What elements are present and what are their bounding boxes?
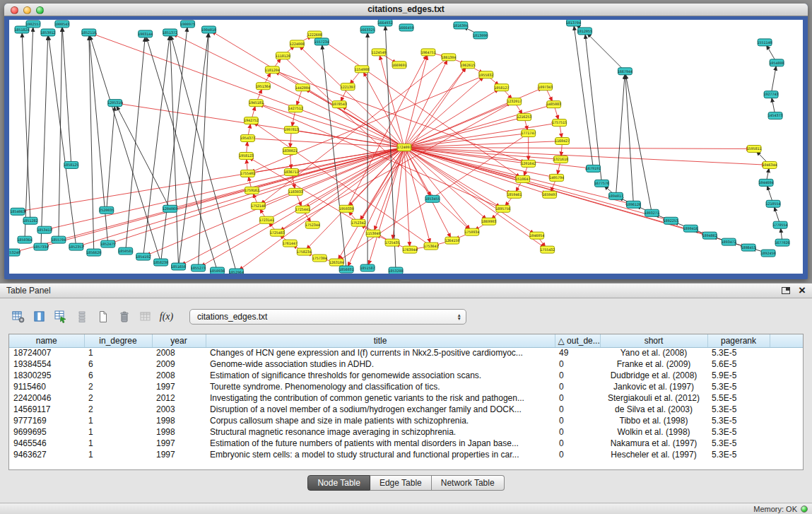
graph-node[interactable]: 1858125 (64, 161, 78, 168)
table-cell[interactable]: 19384554 (9, 358, 84, 370)
table-cell[interactable]: Stergiakouli et al. (2012) (600, 392, 707, 404)
table-cell[interactable]: 1998 (152, 415, 206, 426)
graph-node[interactable]: 1850936 (210, 267, 225, 274)
table-cell[interactable]: Genome-wide association studies in ADHD. (206, 358, 555, 370)
graph-node[interactable]: 1427512 (288, 105, 303, 112)
table-row[interactable]: 911546021997Tourette syndrome. Phenomeno… (9, 381, 803, 392)
graph-node[interactable]: 1894862 (702, 232, 717, 239)
tab-node-table[interactable]: Node Table (307, 475, 370, 491)
table-cell[interactable]: 0 (555, 381, 600, 392)
table-row[interactable]: 1456911722003Disruption of a novel membe… (9, 404, 803, 415)
graph-node[interactable]: 1853455 (425, 195, 440, 202)
graph-node[interactable]: 1664932 (378, 20, 393, 26)
graph-node[interactable]: 1770554 (773, 221, 788, 228)
graph-node[interactable]: 1044604 (759, 179, 774, 186)
graph-node[interactable]: 1046344 (763, 161, 777, 168)
table-cell[interactable]: Wolkin et al. (1998) (600, 426, 707, 438)
graph-node[interactable]: 1997813 (284, 127, 299, 134)
graph-node[interactable]: 1210554 (766, 200, 781, 207)
graph-node[interactable]: 1851282 (23, 217, 37, 224)
table-cell[interactable]: Investigating the contribution of common… (206, 392, 555, 404)
graph-node[interactable]: 1124549 (372, 49, 387, 56)
table-cell[interactable]: de Silva et al. (2003) (600, 404, 707, 415)
graph-node[interactable]: 1485083 (546, 101, 561, 108)
graph-node[interactable]: 1679191 (586, 165, 601, 172)
table-cell[interactable]: Estimation of significance thresholds fo… (206, 370, 555, 381)
graph-node[interactable]: 1757515 (552, 119, 567, 127)
table-cell[interactable]: Tourette syndrome. Phenomenology and cla… (206, 381, 555, 392)
table-cell[interactable]: 1997 (152, 438, 206, 449)
graph-node[interactable]: 1771747 (521, 130, 536, 137)
table-cell[interactable]: 9465546 (9, 438, 84, 449)
table-cell[interactable]: 0 (555, 426, 600, 438)
graph-node[interactable]: 1900543 (54, 21, 69, 28)
graph-node[interactable]: 1551140 (758, 39, 772, 46)
graph-node[interactable]: 1851650 (171, 263, 186, 270)
graph-node[interactable]: 1232017 (507, 98, 522, 105)
table-cell[interactable]: 2008 (152, 370, 206, 381)
graph-node[interactable]: 1205310 (107, 100, 122, 107)
graph-node[interactable]: 1853240 (9, 249, 20, 256)
table-cell[interactable]: Corpus callosum shape and size in male p… (206, 415, 555, 426)
table-cell[interactable]: 2 (84, 392, 152, 404)
graph-node[interactable]: 1667944 (618, 68, 632, 75)
table-cell[interactable]: 0 (555, 392, 600, 404)
graph-node[interactable]: 1054808 (770, 59, 784, 66)
zoom-window-button[interactable] (36, 6, 44, 14)
graph-node[interactable]: 1752146 (251, 202, 266, 209)
graph-node[interactable]: 1221397 (341, 83, 355, 90)
table-cell[interactable]: 0 (555, 415, 600, 426)
graph-node[interactable]: 1859461 (507, 191, 522, 198)
tab-edge-table[interactable]: Edge Table (370, 475, 432, 491)
graph-node[interactable]: 1853208 (389, 267, 404, 274)
table-cell[interactable]: 1 (84, 347, 152, 358)
graph-node[interactable]: 1750934 (464, 228, 479, 235)
table-cell[interactable]: 6 (84, 370, 152, 381)
graph-node[interactable]: 1725483 (270, 229, 285, 236)
graph-node[interactable]: 1955832 (478, 71, 493, 78)
graph-node[interactable]: 2520035 (99, 206, 114, 214)
table-cell[interactable]: 0 (555, 358, 600, 370)
graph-node[interactable]: 1725441 (295, 206, 310, 213)
graph-node[interactable]: 1078543 (332, 101, 347, 108)
table-cell[interactable]: Disruption of a novel member of a sodium… (206, 404, 555, 415)
table-cell[interactable]: 22420046 (9, 392, 84, 404)
graph-node[interactable]: 1853012 (40, 29, 55, 36)
table-options-button[interactable] (8, 308, 28, 326)
graph-node[interactable]: 1663325 (360, 26, 375, 33)
table-cell[interactable]: 2008 (152, 347, 206, 358)
graph-node[interactable]: 1850364 (17, 236, 32, 243)
table-cell[interactable]: 2012 (152, 392, 206, 404)
graph-node[interactable]: 1895756 (495, 205, 510, 212)
graph-node[interactable]: 1942752 (244, 117, 259, 124)
graph-node[interactable]: 1181204 (265, 66, 280, 74)
graph-node[interactable]: 1900975 (180, 21, 195, 28)
graph-node[interactable]: 1753641 (423, 243, 438, 250)
table-cell[interactable]: 18724007 (9, 347, 84, 358)
graph-node[interactable]: 1836711 (284, 168, 299, 175)
graph-node[interactable]: 1861304 (441, 54, 456, 61)
graph-node[interactable]: 1893472 (722, 238, 736, 245)
graph-node[interactable]: 1899416 (683, 225, 698, 232)
graph-node[interactable]: 1216253 (517, 114, 531, 121)
table-cell[interactable]: 5.3E-5 (707, 438, 770, 449)
graph-node[interactable]: 1763944 (403, 246, 418, 253)
table-cell[interactable]: 1997 (152, 449, 206, 460)
graph-node[interactable]: 1927743 (764, 91, 779, 98)
select-all-rows-button[interactable] (51, 308, 70, 326)
graph-node[interactable]: 1046054 (529, 232, 544, 239)
window-titlebar[interactable]: citations_edges.txt (4, 4, 808, 16)
graph-node[interactable]: 1263104 (329, 259, 344, 266)
graph-node[interactable]: 1224008 (290, 40, 305, 47)
graph-node[interactable]: 1659497 (542, 191, 557, 198)
graph-node[interactable]: 1204069 (163, 205, 177, 212)
table-row[interactable]: 977716911998Corpus callosum shape and si… (9, 415, 803, 426)
table-cell[interactable]: 18300295 (9, 370, 84, 381)
graph-node[interactable]: 1724097 (397, 144, 412, 151)
table-cell[interactable]: 5.3E-5 (707, 404, 770, 415)
graph-node[interactable]: 1902557 (25, 21, 40, 28)
graph-node[interactable]: 1964751 (420, 49, 435, 56)
graph-node[interactable]: 1725435 (385, 239, 400, 246)
table-row[interactable]: 946554611997Estimation of the future num… (9, 438, 803, 449)
table-cell[interactable]: 0 (555, 404, 600, 415)
